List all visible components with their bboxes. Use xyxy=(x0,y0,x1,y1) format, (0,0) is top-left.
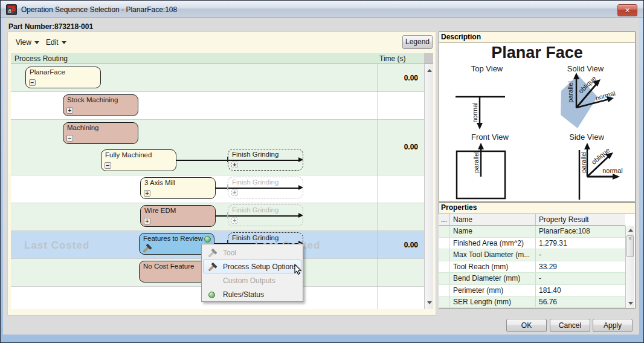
property-row: Perimeter (mm) 181.40 xyxy=(439,285,625,297)
scroll-up-icon[interactable] xyxy=(427,69,432,72)
row-stripe xyxy=(11,203,424,231)
axis-label-parallel: parallel xyxy=(567,81,574,102)
rules-status-icon xyxy=(208,292,215,298)
axis-label-parallel: parallel xyxy=(580,151,587,172)
row-stripe xyxy=(11,175,424,203)
chevron-down-icon xyxy=(34,41,39,44)
routing-table-header: Process Routing Time (s) xyxy=(11,53,424,64)
time-column-header: Time (s) xyxy=(379,53,406,64)
rules-status-icon xyxy=(204,236,211,243)
description-header: Description xyxy=(439,32,635,43)
routing-node-stock-machining[interactable]: Stock Machining + xyxy=(63,94,138,116)
property-row: Bend Diameter (mm) - xyxy=(439,273,625,285)
time-value: 0.00 xyxy=(379,241,418,249)
routing-scrollbar[interactable] xyxy=(424,64,433,309)
routing-node-finish-grinding-inactive[interactable]: Finish Grinding + xyxy=(228,204,303,226)
column-header-dots: ... xyxy=(441,214,447,226)
routing-node-3-axis-mill[interactable]: 3 Axis Mill + xyxy=(140,177,216,199)
expand-toggle[interactable]: + xyxy=(231,189,238,196)
routing-node-finish-grinding-inactive[interactable]: Finish Grinding + xyxy=(228,177,303,198)
menu-item-rules-status[interactable]: Rules/Status xyxy=(203,287,301,301)
routing-node-machining[interactable]: Machining − xyxy=(63,122,138,144)
property-row: Name PlanarFace:108 xyxy=(439,226,625,238)
menu-item-custom-outputs: Custom Outputs xyxy=(203,273,301,287)
window-title: Operation Sequence Selection - PlanarFac… xyxy=(21,5,177,14)
collapse-toggle[interactable]: − xyxy=(29,79,36,86)
collapse-toggle[interactable]: − xyxy=(66,135,73,142)
cancel-button[interactable]: Cancel xyxy=(550,319,590,332)
hammer-icon xyxy=(207,249,217,258)
column-header-name: Name xyxy=(453,214,472,226)
property-row: Max Tool Diameter (m... - xyxy=(439,249,625,261)
expand-toggle[interactable]: + xyxy=(66,107,73,114)
menu-item-process-setup-options[interactable]: Process Setup Options xyxy=(203,260,301,273)
view-menu[interactable]: View xyxy=(16,38,39,47)
dialog-window: aP Operation Sequence Selection - Planar… xyxy=(0,0,644,343)
routing-node-wire-edm[interactable]: Wire EDM + xyxy=(140,205,216,227)
routing-node-fully-machined[interactable]: Fully Machined − xyxy=(101,149,176,171)
routing-node-planarface[interactable]: PlanarFace − xyxy=(25,67,101,88)
property-row: Tool Reach (mm) 33.29 xyxy=(439,261,625,273)
scroll-down-icon[interactable] xyxy=(628,302,633,305)
property-row: Finished Area (mm^2) 1,279.31 xyxy=(439,238,625,250)
mouse-cursor xyxy=(294,264,303,276)
scrollbar-corner xyxy=(424,53,433,64)
part-number-label: Part Number:873218-001 xyxy=(8,22,93,31)
tool-hammer-icon xyxy=(142,244,152,253)
properties-header: Properties xyxy=(439,203,635,214)
menu-item-tool: Tool xyxy=(203,246,301,260)
expand-toggle[interactable]: + xyxy=(231,162,238,168)
scrollbar-thumb[interactable]: ≡ xyxy=(626,235,634,257)
title-bar[interactable]: aP Operation Sequence Selection - Planar… xyxy=(1,1,643,18)
expand-toggle[interactable]: + xyxy=(231,217,238,224)
time-value: 0.00 xyxy=(379,74,418,82)
edit-menu[interactable]: Edit xyxy=(46,38,66,47)
collapse-toggle[interactable]: − xyxy=(105,162,111,169)
planar-face-diagram xyxy=(439,42,635,201)
routing-node-finish-grinding[interactable]: Finish Grinding + xyxy=(228,149,303,171)
process-routing-column-header: Process Routing xyxy=(14,53,68,64)
apply-button[interactable]: Apply xyxy=(593,319,633,332)
column-divider xyxy=(378,64,378,309)
axis-label-normal: normal xyxy=(602,167,623,174)
scroll-down-icon[interactable] xyxy=(427,301,432,304)
time-value: 0.00 xyxy=(379,143,418,151)
chevron-down-icon xyxy=(62,41,66,44)
app-icon: aP xyxy=(6,4,17,15)
ok-button[interactable]: OK xyxy=(506,319,547,332)
axis-label-parallel: parallel xyxy=(472,151,480,172)
scroll-up-icon[interactable] xyxy=(628,229,633,232)
axis-label-normal: normal xyxy=(471,102,478,123)
legend-button[interactable]: Legend xyxy=(402,35,433,49)
context-menu: Tool Process Setup Options Custom Output… xyxy=(201,244,303,302)
expand-toggle[interactable]: + xyxy=(144,190,150,197)
properties-scrollbar[interactable]: ≡ xyxy=(625,226,634,308)
column-header-property-result: Property Result xyxy=(539,214,589,226)
expand-toggle[interactable]: + xyxy=(144,218,150,224)
properties-table-header: ... Name Property Result xyxy=(439,214,625,226)
property-row: SER Length (mm) 56.76 xyxy=(439,296,625,308)
hammer-icon xyxy=(207,263,217,272)
last-costed-watermark: Last Costed xyxy=(24,240,89,252)
close-button[interactable]: ✕ xyxy=(617,4,637,16)
